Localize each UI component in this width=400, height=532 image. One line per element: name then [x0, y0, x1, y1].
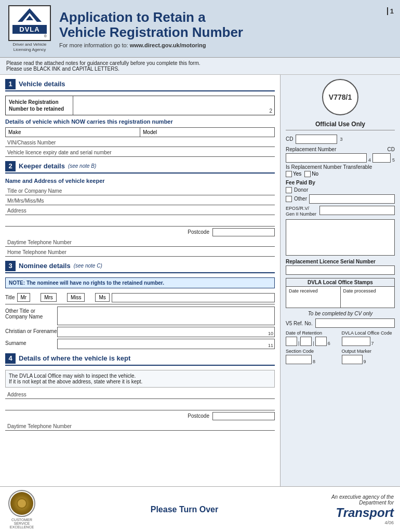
instructions: Please read the attached notes for guida… [0, 58, 400, 75]
replacement-inputs-row: 4 5 [286, 153, 395, 163]
page: DVLA ® Driver and Vehicle Licensing Agen… [0, 0, 400, 532]
section3-title: Nominee details [19, 262, 71, 270]
surname-num: 11 [267, 342, 274, 349]
section3-header: 3 Nominee details (see note C) [5, 261, 275, 273]
office-area: DVLA Local Office Code 7 [342, 330, 395, 346]
replacement-num-input[interactable] [286, 153, 367, 163]
keeper-mr-mrs-field[interactable]: Mr/Mrs/Miss/Ms [5, 196, 275, 205]
cd-row: CD 3 [286, 135, 395, 144]
nominee-other-title-row: Other Title or Company Name [5, 307, 275, 325]
nominee-title-label: Title [5, 295, 15, 300]
v5-row: V5 Ref. No. [286, 318, 395, 328]
footer-logo-area: CUSTOMER SERVICE EXCELLENCE [6, 490, 37, 529]
nominee-title-input[interactable] [112, 293, 275, 302]
other-input[interactable] [309, 194, 395, 204]
please-turn-over: Please Turn Over [151, 505, 218, 514]
yn-row: Yes No [286, 171, 395, 177]
vrn-field-num: 2 [267, 107, 274, 115]
no-check[interactable]: No [304, 171, 318, 177]
code-inputs: 8 [286, 355, 339, 364]
keeper-home-tel[interactable]: Home Telephone Number [5, 248, 275, 257]
nominee-surname-inputs: 11 [57, 339, 275, 349]
replacement-num-num: 4 [368, 157, 371, 163]
office-inputs: 7 [342, 337, 395, 346]
vrn-row: Vehicle Registration Number to be retain… [5, 96, 275, 115]
transport-text2: Department for [331, 500, 394, 506]
date-day[interactable] [286, 337, 297, 346]
date-year[interactable] [315, 337, 327, 346]
s4-postcode-input[interactable] [212, 412, 275, 420]
s4-address-field[interactable]: Address [5, 390, 275, 399]
section1-title: Vehicle details [19, 80, 65, 88]
section2-note: (see note B) [68, 163, 96, 169]
date-processed-cell: Date processed [341, 287, 395, 308]
expiry-field[interactable]: Vehicle licence expiry date and serial n… [5, 148, 275, 157]
output-input[interactable] [342, 355, 363, 364]
transport-area: An executive agency of the Department fo… [331, 494, 394, 525]
dvla-text: DVLA [12, 25, 47, 34]
s4-postcode-label: Postcode [188, 413, 209, 419]
nominee-forename-input[interactable]: 10 [57, 327, 275, 337]
header-title-area: Application to Retain a Vehicle Registra… [59, 10, 381, 49]
section4-note: The DVLA Local Office may wish to inspec… [5, 370, 275, 388]
date-month[interactable] [300, 337, 312, 346]
keeper-daytime-tel[interactable]: Daytime Telephone Number [5, 238, 275, 247]
section4-num: 4 [5, 353, 16, 364]
footer-logo [8, 490, 35, 517]
transport-text1: An executive agency of the [331, 494, 394, 500]
keeper-postcode-row: Postcode [5, 228, 275, 236]
transport-brand: Transport [331, 506, 394, 520]
no-checkbox[interactable] [304, 171, 311, 177]
large-input-box[interactable] [286, 219, 395, 256]
replacement-serial-input[interactable] [286, 265, 395, 275]
section2-header: 2 Keeper details (see note B) [5, 161, 275, 174]
nominee-other-label: Other Title or Company Name [5, 307, 57, 325]
replacement-serial-label: Replacement Licence Serial Number [286, 259, 395, 264]
s4-daytime-tel[interactable]: Daytime Telephone Number [5, 422, 275, 431]
office-input[interactable] [342, 337, 370, 346]
epos-row: EPOS/R.V/ Gen II Number [286, 206, 395, 218]
header-title: Application to Retain a Vehicle Registra… [59, 10, 381, 41]
footer-logo-inner [10, 492, 33, 515]
nominee-mrs[interactable]: Mrs [41, 293, 57, 302]
keeper-address-field[interactable]: Address [5, 206, 275, 215]
date-received-cell: Date received [286, 287, 341, 308]
replacement-labels-row: Replacement Number CD [286, 147, 395, 152]
donor-label: Donor [294, 187, 308, 193]
nominee-miss[interactable]: Miss [67, 293, 85, 302]
donor-checkbox[interactable] [286, 187, 292, 193]
keeper-title-field[interactable]: Title or Company Name [5, 187, 275, 195]
v5-input[interactable] [315, 318, 395, 328]
nominee-ms[interactable]: Ms [95, 293, 109, 302]
yes-checkbox[interactable] [286, 171, 292, 177]
left-column: 1 Vehicle details Vehicle Registration N… [0, 75, 281, 486]
yes-check[interactable]: Yes [286, 171, 301, 177]
fee-label: Fee Paid By [286, 180, 395, 185]
yes-label: Yes [293, 171, 301, 177]
output-num: 9 [364, 359, 366, 364]
keeper-postcode-input[interactable] [212, 228, 275, 236]
epos-input[interactable] [319, 206, 395, 215]
s4-postcode-row: Postcode [5, 412, 275, 420]
stamps-title: DVLA Local Office Stamps [286, 278, 394, 287]
nominee-forename-inputs: 10 [57, 327, 275, 337]
code-area: Section Code 8 [286, 349, 339, 364]
vin-field[interactable]: VIN/Chassis Number [5, 138, 275, 147]
cd-input[interactable] [296, 135, 337, 144]
customer-text: CUSTOMER SERVICE EXCELLENCE [6, 518, 37, 529]
nominee-other-input[interactable] [57, 307, 275, 325]
nominee-note: NOTE: The nominee will have no rights to… [5, 277, 275, 288]
nominee-mr[interactable]: Mr [17, 293, 31, 302]
official-use-title: Official Use Only [286, 121, 395, 130]
date-area: Date of Retention | | 6 [286, 330, 339, 346]
section-code-label: Section Code [286, 349, 339, 354]
nominee-surname-input[interactable]: 11 [57, 339, 275, 349]
section-code-row: Section Code 8 Output Marker 9 [286, 349, 395, 364]
section-code-input[interactable] [286, 355, 312, 364]
date-retention-label: Date of Retention [286, 330, 339, 336]
replacement-cd-input[interactable] [372, 153, 391, 163]
other-checkbox[interactable] [286, 196, 292, 202]
v5-label: V5 Ref. No. [286, 321, 313, 326]
no-label: No [312, 171, 318, 177]
section2-num: 2 [5, 161, 16, 171]
